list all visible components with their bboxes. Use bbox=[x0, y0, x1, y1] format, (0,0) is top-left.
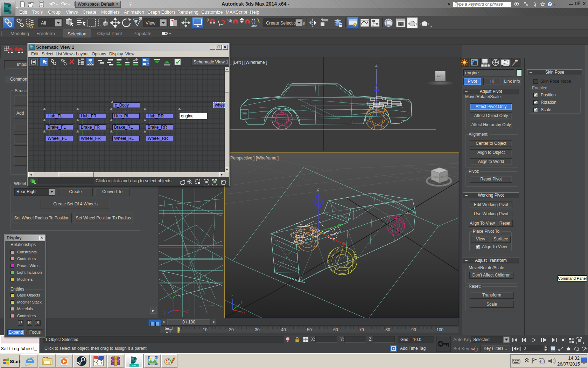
svg-text:ABC: ABC bbox=[251, 25, 257, 28]
svg-text:100: 100 bbox=[436, 327, 443, 332]
svg-text:0: 0 bbox=[178, 327, 180, 332]
svg-text:2: 2 bbox=[206, 18, 209, 23]
svg-text:80: 80 bbox=[385, 327, 390, 332]
svg-text:Schematic View 1: Schematic View 1 bbox=[194, 60, 228, 64]
svg-text:Z: Z bbox=[317, 187, 319, 191]
svg-text:50: 50 bbox=[307, 327, 312, 332]
svg-text:Y: Y bbox=[340, 99, 342, 103]
svg-text:%: % bbox=[227, 18, 232, 23]
svg-text:z: z bbox=[231, 294, 233, 298]
svg-text:Y: Y bbox=[173, 296, 175, 300]
svg-text:X: X bbox=[186, 310, 188, 314]
svg-text:?: ? bbox=[549, 2, 551, 6]
svg-text:MAX: MAX bbox=[132, 364, 136, 367]
svg-text:30: 30 bbox=[255, 327, 260, 332]
svg-text:70: 70 bbox=[359, 327, 364, 332]
svg-text:90: 90 bbox=[411, 327, 416, 332]
svg-text:20: 20 bbox=[229, 327, 234, 332]
svg-text:60: 60 bbox=[333, 327, 338, 332]
svg-text:View: View bbox=[146, 20, 156, 26]
svg-text:x: x bbox=[244, 311, 245, 315]
svg-text:Z: Z bbox=[164, 311, 166, 315]
svg-text:Z: Z bbox=[375, 63, 378, 67]
svg-text:40: 40 bbox=[281, 327, 286, 332]
svg-text:✳: ✳ bbox=[20, 19, 23, 22]
svg-text:All: All bbox=[41, 20, 46, 26]
svg-text:✳: ✳ bbox=[63, 59, 65, 62]
svg-text:{ }: { } bbox=[251, 18, 256, 23]
svg-text:y: y bbox=[241, 300, 243, 304]
svg-text:10: 10 bbox=[203, 327, 208, 332]
